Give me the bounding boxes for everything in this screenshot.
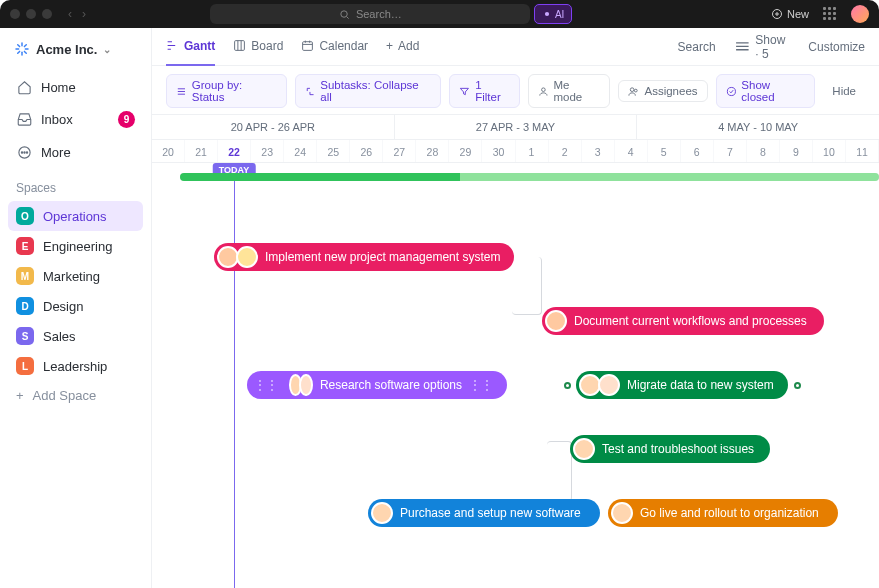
- tab-gantt[interactable]: Gantt: [166, 28, 215, 66]
- apps-grid-icon[interactable]: [823, 7, 837, 21]
- drag-handle-icon[interactable]: ⋮⋮: [254, 378, 278, 392]
- avatar-icon: [598, 374, 620, 396]
- day-cell[interactable]: 22: [218, 140, 251, 162]
- plus-circle-icon: [771, 8, 783, 20]
- nav-inbox[interactable]: Inbox 9: [8, 104, 143, 135]
- svg-rect-8: [303, 42, 313, 51]
- day-cell[interactable]: 7: [714, 140, 747, 162]
- add-space-button[interactable]: + Add Space: [8, 381, 143, 410]
- space-marketing[interactable]: M Marketing: [8, 261, 143, 291]
- nav-home[interactable]: Home: [8, 72, 143, 102]
- subtask-icon: [305, 86, 316, 97]
- assignees-pill[interactable]: Assignees: [618, 80, 707, 102]
- plus-icon: +: [386, 39, 393, 53]
- dependency-line: [547, 441, 572, 501]
- me-mode-pill[interactable]: Me mode: [528, 74, 611, 108]
- plus-icon: +: [16, 388, 24, 403]
- ai-button[interactable]: AI: [534, 4, 572, 24]
- nav-more[interactable]: More: [8, 137, 143, 167]
- dependency-dot[interactable]: [794, 382, 801, 389]
- day-cell[interactable]: 1: [516, 140, 549, 162]
- spaces-label: Spaces: [16, 181, 135, 195]
- new-button[interactable]: New: [771, 8, 809, 20]
- today-line: [234, 177, 235, 588]
- space-design[interactable]: D Design: [8, 291, 143, 321]
- subtasks-pill[interactable]: Subtasks: Collapse all: [295, 74, 442, 108]
- day-cell[interactable]: 2: [549, 140, 582, 162]
- window-controls[interactable]: [10, 9, 52, 19]
- workspace-name: Acme Inc.: [36, 42, 97, 57]
- task-bar-test[interactable]: Test and troubleshoot issues: [570, 435, 770, 463]
- inbox-icon: [16, 112, 32, 128]
- show-button[interactable]: Show · 5: [734, 33, 786, 61]
- space-leadership[interactable]: L Leadership: [8, 351, 143, 381]
- search-placeholder: Search…: [356, 8, 402, 20]
- week-header: 20 APR - 26 APR: [152, 115, 394, 139]
- day-cell[interactable]: 20: [152, 140, 185, 162]
- back-icon[interactable]: ‹: [68, 7, 72, 21]
- space-engineering[interactable]: E Engineering: [8, 231, 143, 261]
- task-bar-migrate[interactable]: Migrate data to new system: [576, 371, 788, 399]
- day-cell[interactable]: 23: [251, 140, 284, 162]
- day-cell[interactable]: 8: [747, 140, 780, 162]
- day-cell[interactable]: 25: [317, 140, 350, 162]
- history-nav[interactable]: ‹ ›: [68, 7, 86, 21]
- week-header: 27 APR - 3 MAY: [394, 115, 637, 139]
- avatar-icon: [545, 310, 567, 332]
- day-cell[interactable]: 28: [416, 140, 449, 162]
- check-circle-icon: [726, 86, 737, 97]
- svg-point-5: [23, 151, 24, 152]
- search-button[interactable]: Search: [673, 40, 716, 54]
- filter-pill[interactable]: 1 Filter: [449, 74, 519, 108]
- layers-icon: [734, 38, 751, 55]
- filter-bar: Group by: Status Subtasks: Collapse all …: [152, 66, 879, 114]
- space-sales[interactable]: S Sales: [8, 321, 143, 351]
- day-cell[interactable]: 27: [383, 140, 416, 162]
- day-cell[interactable]: 11: [846, 140, 879, 162]
- filter-icon: [459, 86, 470, 97]
- space-operations[interactable]: O Operations: [8, 201, 143, 231]
- summary-bar[interactable]: [180, 173, 879, 181]
- group-by-pill[interactable]: Group by: Status: [166, 74, 287, 108]
- show-closed-pill[interactable]: Show closed: [716, 74, 816, 108]
- calendar-icon: [301, 39, 314, 52]
- task-bar-purchase[interactable]: Purchase and setup new software: [368, 499, 600, 527]
- task-bar-implement[interactable]: Implement new project management system: [214, 243, 514, 271]
- svg-point-13: [635, 89, 638, 92]
- svg-point-14: [727, 87, 735, 95]
- day-cell[interactable]: 5: [648, 140, 681, 162]
- task-bar-document[interactable]: Document current workflows and processes: [542, 307, 824, 335]
- day-cell[interactable]: 9: [780, 140, 813, 162]
- add-view-button[interactable]: + Add: [386, 28, 419, 66]
- day-cell[interactable]: 21: [185, 140, 218, 162]
- tab-board[interactable]: Board: [233, 28, 283, 66]
- workspace-switcher[interactable]: Acme Inc. ⌄: [8, 36, 143, 62]
- drag-handle-icon[interactable]: ⋮⋮: [469, 378, 493, 392]
- day-cell[interactable]: 6: [681, 140, 714, 162]
- customize-button[interactable]: Customize: [803, 40, 865, 54]
- space-icon: S: [16, 327, 34, 345]
- forward-icon[interactable]: ›: [82, 7, 86, 21]
- task-bar-research[interactable]: ⋮⋮ Research software options ⋮⋮: [247, 371, 507, 399]
- tab-calendar[interactable]: Calendar: [301, 28, 368, 66]
- day-cell[interactable]: 10: [813, 140, 846, 162]
- svg-point-0: [341, 10, 347, 16]
- timeline: 20 APR - 26 APR 27 APR - 3 MAY 4 MAY - 1…: [152, 114, 879, 588]
- day-cell[interactable]: 30: [482, 140, 515, 162]
- global-search[interactable]: Search… AI: [210, 4, 530, 24]
- avatar-icon: [299, 374, 312, 396]
- day-cell[interactable]: 4: [615, 140, 648, 162]
- hide-button[interactable]: Hide: [823, 81, 865, 101]
- dependency-dot[interactable]: [564, 382, 571, 389]
- svg-point-6: [26, 151, 27, 152]
- day-cell[interactable]: 26: [350, 140, 383, 162]
- day-cell[interactable]: 29: [449, 140, 482, 162]
- person-icon: [538, 86, 549, 97]
- avatar-icon: [236, 246, 258, 268]
- day-headers: 20212223242526272829301234567891011: [152, 139, 879, 163]
- task-bar-golive[interactable]: Go live and rollout to organization: [608, 499, 838, 527]
- day-cell[interactable]: 24: [284, 140, 317, 162]
- gantt-body[interactable]: TODAY Implement new project management s…: [152, 163, 879, 588]
- user-avatar[interactable]: [851, 5, 869, 23]
- day-cell[interactable]: 3: [582, 140, 615, 162]
